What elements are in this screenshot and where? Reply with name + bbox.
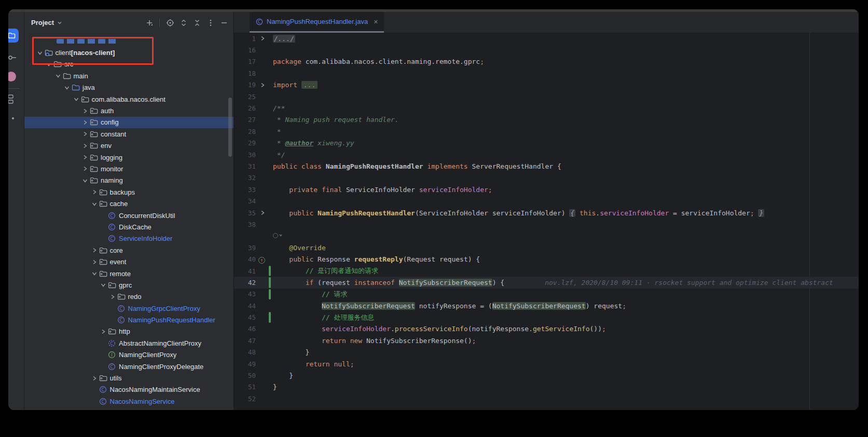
tree-item-logging[interactable]: logging — [24, 152, 233, 163]
tree-item-http[interactable]: http — [24, 326, 233, 337]
chevron-right-icon[interactable] — [80, 154, 90, 161]
code-line-18[interactable]: 18 — [234, 67, 859, 79]
expand-all-button[interactable] — [179, 18, 188, 27]
project-tool-icon[interactable] — [8, 29, 19, 43]
code-line-51[interactable]: 51} — [234, 381, 859, 393]
line-number[interactable]: 34 — [234, 197, 257, 205]
more-tools-dot-icon[interactable] — [8, 117, 14, 119]
chevron-right-icon[interactable] — [80, 165, 90, 172]
line-number[interactable]: 46 — [234, 325, 257, 333]
tree-item-backups[interactable]: backups — [24, 186, 233, 198]
tree-item-cache[interactable]: cache — [24, 198, 233, 209]
chevron-down-icon[interactable] — [62, 84, 72, 91]
chevron-down-icon[interactable] — [72, 95, 81, 103]
line-number[interactable]: 27 — [234, 116, 257, 124]
line-number[interactable]: 42 — [234, 279, 257, 286]
line-number[interactable]: 32 — [234, 174, 257, 182]
code-line-44[interactable]: 44 NotifySubscriberRequest notifyRespons… — [234, 300, 859, 311]
line-number[interactable]: 41 — [234, 267, 257, 275]
chevron-right-icon[interactable] — [80, 119, 90, 126]
line-number[interactable]: 52 — [234, 395, 257, 403]
tree-item-main[interactable]: main — [24, 70, 233, 81]
tree-item-naming[interactable]: naming — [24, 175, 233, 186]
line-number[interactable]: 43 — [234, 290, 257, 298]
code-editor[interactable]: 1/.../1617package com.alibaba.nacos.clie… — [234, 33, 859, 410]
code-inlay-row[interactable] — [234, 230, 859, 242]
line-number[interactable]: 39 — [234, 244, 257, 252]
line-number[interactable]: 19 — [234, 81, 257, 89]
add-button[interactable] — [145, 18, 154, 27]
line-number[interactable]: 40↑ — [234, 255, 257, 263]
overriding-method-icon[interactable]: ↑ — [258, 257, 265, 264]
tree-item-gprc[interactable]: gprc — [24, 279, 233, 291]
chevron-right-icon[interactable] — [80, 142, 90, 149]
code-line-29[interactable]: 29 * @author xiweng.yy — [234, 138, 859, 149]
line-number[interactable]: 18 — [234, 70, 257, 77]
commit-tool-icon[interactable] — [8, 53, 16, 64]
code-line-46[interactable]: 46 serviceInfoHolder.processServiceInfo(… — [234, 323, 859, 335]
chevron-down-icon[interactable] — [90, 200, 99, 208]
tree-item-NamingGrpcClientProxy[interactable]: CNamingGrpcClientProxy — [24, 303, 233, 314]
locate-file-button[interactable] — [166, 18, 174, 27]
line-number[interactable]: 28 — [234, 128, 257, 135]
chevron-right-icon[interactable] — [90, 375, 99, 382]
code-line-40[interactable]: 40↑ public Response requestReply(Request… — [234, 253, 859, 265]
fold-marker-icon[interactable] — [257, 35, 268, 42]
chevron-right-icon[interactable] — [80, 130, 90, 138]
hide-panel-button[interactable] — [219, 18, 228, 27]
more-options-button[interactable] — [206, 18, 215, 27]
tree-item-config[interactable]: config — [24, 117, 233, 128]
tree-item-com.alibaba.nacos.client[interactable]: com.alibaba.nacos.client — [24, 93, 233, 105]
code-line-17[interactable]: 17package com.alibaba.nacos.client.namin… — [234, 56, 859, 67]
line-number[interactable]: 48 — [234, 348, 257, 356]
tree-item-java[interactable]: java — [24, 82, 233, 93]
tree-item-ServiceInfoHolder[interactable]: CServiceInfoHolder — [24, 233, 233, 244]
tree-item-AbstractNamingClientProxy[interactable]: CAbstractNamingClientProxy — [24, 337, 233, 349]
line-number[interactable]: 33 — [234, 186, 257, 194]
chevron-right-icon[interactable] — [90, 188, 99, 196]
code-line-1[interactable]: 1/.../ — [234, 33, 859, 44]
line-number[interactable]: 38 — [234, 221, 257, 228]
chevron-down-icon[interactable] — [80, 177, 90, 184]
tree-item-NamingClientProxyDelegate[interactable]: CNamingClientProxyDelegate — [24, 361, 233, 372]
line-number[interactable]: 17 — [234, 58, 257, 65]
line-number[interactable]: 16 — [234, 46, 257, 54]
tree-item-core[interactable]: core — [24, 244, 233, 256]
code-line-41[interactable]: 41 // 是订阅者通知的请求 — [234, 265, 859, 277]
code-line-33[interactable]: 33 private final ServiceInfoHolder servi… — [234, 184, 859, 195]
code-line-25[interactable]: 25 — [234, 91, 859, 102]
code-line-47[interactable]: 47 return new NotifySubscriberResponse()… — [234, 335, 859, 346]
tree-item-NacosNamingService[interactable]: CNacosNamingService — [24, 395, 233, 407]
code-line-27[interactable]: 27 * Naming push request handler. — [234, 114, 859, 126]
chevron-down-icon[interactable] — [99, 281, 108, 289]
code-line-42[interactable]: 42 if (request instanceof NotifySubscrib… — [234, 277, 859, 288]
line-number[interactable]: 1 — [234, 35, 257, 43]
code-line-48[interactable]: 48 } — [234, 347, 859, 358]
tree-item-NacosNamingMaintainService[interactable]: CNacosNamingMaintainService — [24, 384, 233, 395]
chevron-right-icon[interactable] — [80, 107, 90, 115]
tree-item-monitor[interactable]: monitor — [24, 163, 233, 174]
chevron-down-icon[interactable] — [90, 270, 99, 277]
code-line-16[interactable]: 16 — [234, 44, 859, 56]
line-number[interactable]: 30 — [234, 151, 257, 159]
tree-item-event[interactable]: event — [24, 256, 233, 267]
tree-item-env[interactable]: env — [24, 140, 233, 152]
code-line-26[interactable]: 26/** — [234, 102, 859, 114]
fold-marker-icon[interactable] — [257, 81, 268, 89]
chevron-down-icon[interactable] — [53, 72, 63, 79]
code-line-34[interactable]: 34 — [234, 195, 859, 207]
chevron-right-icon[interactable] — [99, 328, 108, 335]
line-number[interactable]: 51 — [234, 383, 257, 391]
close-tab-icon[interactable]: × — [374, 18, 378, 26]
line-number[interactable]: 50 — [234, 372, 257, 379]
code-line-45[interactable]: 45 // 处理服务信息 — [234, 311, 859, 323]
line-number[interactable]: 25 — [234, 93, 257, 101]
code-line-39[interactable]: 39 @Override — [234, 242, 859, 253]
line-number[interactable]: 29 — [234, 139, 257, 147]
line-number[interactable]: 49 — [234, 360, 257, 368]
line-number[interactable]: 44 — [234, 302, 257, 310]
code-line-38[interactable]: 38 — [234, 218, 859, 230]
code-line-32[interactable]: 32 — [234, 172, 859, 184]
code-line-30[interactable]: 30 */ — [234, 149, 859, 160]
tree-item-src[interactable]: src — [24, 59, 233, 70]
